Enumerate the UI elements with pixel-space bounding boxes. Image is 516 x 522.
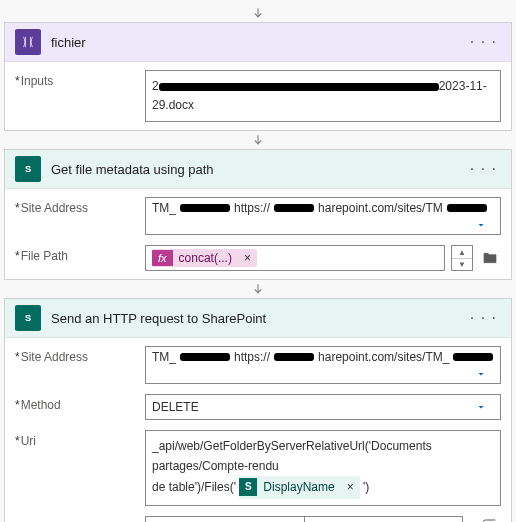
card-title: fichier xyxy=(51,35,456,50)
action-card-get-metadata: S Get file metadata using path · · · *Si… xyxy=(4,149,512,280)
site-address-label: *Site Address xyxy=(15,197,135,215)
uri-row: *Uri _api/web/GetFolderByServerRelativeU… xyxy=(5,428,511,514)
card-menu-button[interactable]: · · · xyxy=(466,309,501,327)
sharepoint-icon: S xyxy=(239,478,257,496)
redacted-text xyxy=(180,353,230,361)
svg-text:S: S xyxy=(25,314,31,324)
card-menu-button[interactable]: · · · xyxy=(466,160,501,178)
stepper-control[interactable]: ▲ ▼ xyxy=(451,245,473,271)
action-card-http-request: S Send an HTTP request to SharePoint · ·… xyxy=(4,298,512,522)
redacted-text xyxy=(453,353,493,361)
redacted-text xyxy=(180,204,230,212)
site-address-row: *Site Address TM_ https:// harepoint.com… xyxy=(5,338,511,392)
card-menu-button[interactable]: · · · xyxy=(466,33,501,51)
stepper-down-icon[interactable]: ▼ xyxy=(452,259,472,271)
flow-arrow-icon xyxy=(4,133,512,147)
expression-chip[interactable]: fx concat(...) × xyxy=(152,249,257,267)
header-key-field[interactable]: Enter key xyxy=(145,516,304,522)
fx-icon: fx xyxy=(152,250,173,266)
inputs-label: *Inputs xyxy=(15,70,135,88)
uri-field[interactable]: _api/web/GetFolderByServerRelativeUrl('D… xyxy=(145,430,501,506)
remove-chip-icon[interactable]: × xyxy=(341,478,360,497)
file-path-row: *File Path fx concat(...) × ▲ ▼ xyxy=(5,243,511,279)
redacted-text xyxy=(159,83,439,91)
file-path-field[interactable]: fx concat(...) × xyxy=(145,245,445,271)
sharepoint-icon: S xyxy=(15,305,41,331)
site-address-field[interactable]: TM_ https:// harepoint.com/sites/TM xyxy=(145,197,501,235)
inputs-field[interactable]: 22023-11-29.docx xyxy=(145,70,501,122)
chevron-down-icon[interactable] xyxy=(468,219,494,231)
stepper-up-icon[interactable]: ▲ xyxy=(452,246,472,259)
chevron-down-icon[interactable] xyxy=(468,368,494,380)
method-label: *Method xyxy=(15,394,135,412)
data-operation-icon xyxy=(15,29,41,55)
site-address-row: *Site Address TM_ https:// harepoint.com… xyxy=(5,189,511,243)
site-address-field[interactable]: TM_ https:// harepoint.com/sites/TM_ xyxy=(145,346,501,384)
redacted-text xyxy=(447,204,487,212)
site-address-label: *Site Address xyxy=(15,346,135,364)
flow-arrow-icon xyxy=(4,6,512,20)
headers-row: Headers Enter key Enter value xyxy=(5,514,511,522)
headers-label: Headers xyxy=(15,516,135,522)
card-title: Send an HTTP request to SharePoint xyxy=(51,311,456,326)
inputs-row: *Inputs 22023-11-29.docx xyxy=(5,62,511,130)
card-header[interactable]: fichier · · · xyxy=(5,23,511,62)
folder-picker-button[interactable] xyxy=(479,245,501,271)
redacted-text xyxy=(274,204,314,212)
card-header[interactable]: S Send an HTTP request to SharePoint · ·… xyxy=(5,299,511,338)
flow-arrow-icon xyxy=(4,282,512,296)
card-header[interactable]: S Get file metadata using path · · · xyxy=(5,150,511,189)
file-path-label: *File Path xyxy=(15,245,135,263)
method-row: *Method DELETE xyxy=(5,392,511,428)
card-title: Get file metadata using path xyxy=(51,162,456,177)
edit-headers-button[interactable] xyxy=(479,516,501,522)
svg-text:S: S xyxy=(25,165,31,175)
method-field[interactable]: DELETE xyxy=(145,394,501,420)
chevron-down-icon[interactable] xyxy=(468,401,494,413)
dynamic-content-chip[interactable]: S DisplayName × xyxy=(239,476,359,499)
sharepoint-icon: S xyxy=(15,156,41,182)
header-value-field[interactable]: Enter value xyxy=(304,516,464,522)
redacted-text xyxy=(274,353,314,361)
action-card-fichier: fichier · · · *Inputs 22023-11-29.docx xyxy=(4,22,512,131)
remove-chip-icon[interactable]: × xyxy=(238,251,257,265)
uri-label: *Uri xyxy=(15,430,135,448)
